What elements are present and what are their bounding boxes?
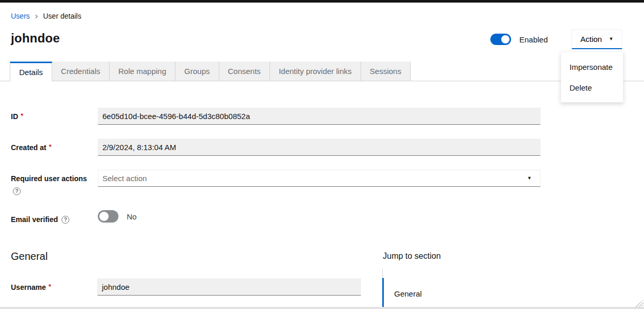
id-field-label: ID * bbox=[11, 112, 23, 121]
tab-credentials[interactable]: Credentials bbox=[52, 62, 110, 81]
required-indicator: * bbox=[49, 283, 51, 290]
action-button-label: Action bbox=[580, 35, 602, 43]
created-at-input[interactable]: 2/9/2024, 8:13:04 AM bbox=[98, 139, 541, 156]
breadcrumb-current: User details bbox=[43, 12, 81, 20]
tab-bar: Details Credentials Role mapping Groups … bbox=[10, 62, 411, 81]
jump-link-general[interactable]: General bbox=[382, 278, 422, 309]
required-indicator: * bbox=[49, 143, 51, 151]
required-indicator: * bbox=[21, 112, 23, 120]
breadcrumb-link-users[interactable]: Users bbox=[11, 12, 30, 20]
action-dropdown-button[interactable]: Action ▼ bbox=[572, 30, 622, 49]
tab-sessions[interactable]: Sessions bbox=[361, 62, 411, 81]
username-field-label: Username * bbox=[11, 283, 51, 291]
breadcrumb: Users › User details bbox=[11, 12, 81, 20]
jump-to-section-heading: Jump to section bbox=[383, 252, 441, 261]
enabled-toggle[interactable] bbox=[490, 34, 511, 45]
menu-item-impersonate[interactable]: Impersonate bbox=[561, 56, 623, 77]
menu-item-delete[interactable]: Delete bbox=[561, 77, 623, 98]
label-text: Created at bbox=[11, 143, 46, 152]
toggle-knob bbox=[99, 212, 109, 221]
masthead-bottom-bar bbox=[0, 0, 644, 3]
tab-details[interactable]: Details bbox=[10, 62, 52, 81]
id-input[interactable]: 6e05d10d-bcee-4596-b44d-5d3c80b0852a bbox=[98, 108, 541, 125]
general-section-heading: General bbox=[11, 251, 48, 262]
label-text: ID bbox=[11, 112, 18, 121]
id-value: 6e05d10d-bcee-4596-b44d-5d3c80b0852a bbox=[102, 112, 250, 121]
chevron-right-icon: › bbox=[35, 12, 38, 20]
toggle-knob bbox=[501, 35, 510, 43]
label-text: Required user actions bbox=[11, 174, 87, 183]
tab-consents[interactable]: Consents bbox=[219, 62, 270, 81]
email-verified-label: Email verified ? bbox=[11, 215, 69, 224]
created-at-value: 2/9/2024, 8:13:04 AM bbox=[102, 143, 176, 152]
required-user-actions-select[interactable]: Select action ▼ bbox=[98, 170, 541, 187]
tab-identity-provider-links[interactable]: Identity provider links bbox=[270, 62, 361, 81]
required-user-actions-label: Required user actions bbox=[11, 174, 87, 183]
enabled-toggle-label: Enabled bbox=[519, 35, 548, 44]
select-placeholder: Select action bbox=[102, 174, 147, 183]
username-input[interactable]: johndoe bbox=[97, 278, 361, 296]
created-at-field-label: Created at * bbox=[11, 143, 52, 152]
help-icon[interactable]: ? bbox=[62, 216, 69, 224]
caret-down-icon: ▼ bbox=[527, 176, 532, 181]
page-title: johndoe bbox=[11, 31, 60, 46]
resize-grip-icon[interactable] bbox=[634, 300, 643, 307]
bottom-border bbox=[0, 307, 644, 309]
jump-nav-rail bbox=[382, 269, 383, 278]
label-text: Email verified bbox=[11, 215, 58, 224]
tab-groups[interactable]: Groups bbox=[175, 62, 219, 81]
username-value: johndoe bbox=[102, 283, 129, 291]
email-verified-value: No bbox=[127, 212, 137, 221]
tab-role-mapping[interactable]: Role mapping bbox=[110, 62, 176, 81]
action-dropdown-menu: Impersonate Delete bbox=[561, 52, 623, 102]
caret-down-icon: ▼ bbox=[609, 37, 613, 41]
help-icon[interactable]: ? bbox=[13, 187, 21, 195]
email-verified-toggle[interactable] bbox=[98, 210, 118, 223]
label-text: Username bbox=[11, 283, 46, 291]
